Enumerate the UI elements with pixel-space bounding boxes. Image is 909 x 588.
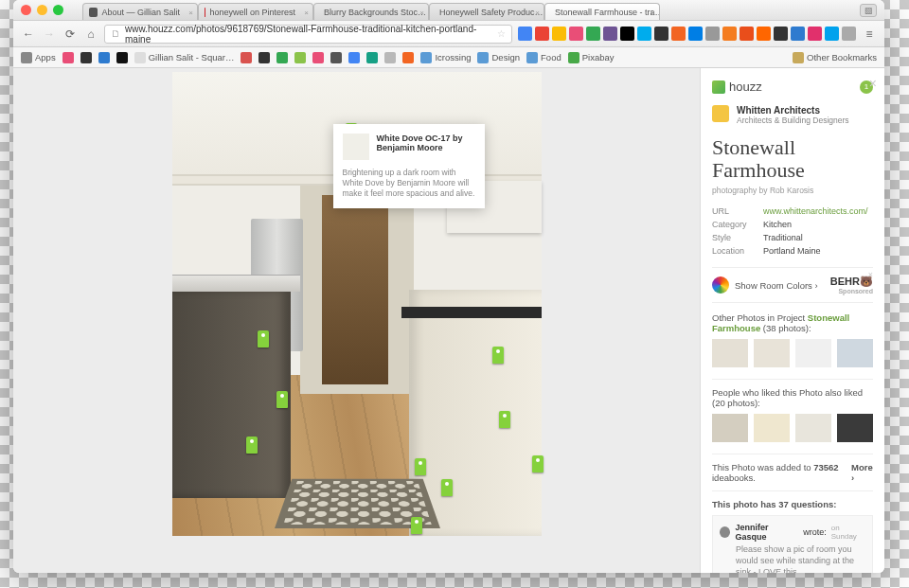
extension-icon[interactable] — [722, 27, 737, 41]
browser-tab[interactable]: Honeywell Safety Produc…× — [429, 3, 544, 20]
product-tag-icon[interactable] — [411, 517, 422, 534]
bookmark-item[interactable] — [241, 52, 252, 63]
meta-key: URL — [712, 206, 763, 216]
extension-icon[interactable] — [552, 27, 566, 41]
bookmark-item[interactable]: Gillian Salit - Squar… — [134, 52, 235, 63]
extension-icon[interactable] — [603, 27, 617, 41]
photo-thumbnail[interactable] — [837, 339, 873, 367]
extension-icon[interactable] — [808, 27, 822, 41]
bookmark-item[interactable] — [402, 52, 414, 63]
extension-icon[interactable] — [535, 27, 549, 41]
bookmark-item[interactable] — [366, 52, 378, 63]
photo-thumbnail[interactable] — [712, 414, 748, 442]
promo-close-icon[interactable]: × — [868, 270, 873, 279]
bookmark-item[interactable]: Icrossing — [420, 52, 471, 63]
other-bookmarks-folder[interactable]: Other Bookmarks — [793, 52, 877, 63]
product-tag-icon[interactable] — [258, 330, 269, 347]
home-button[interactable]: ⌂ — [83, 27, 98, 42]
ideabooks-more-link[interactable]: More › — [851, 462, 873, 483]
bookmark-item[interactable] — [116, 52, 128, 63]
bookmark-favicon — [330, 52, 342, 63]
window-close-button[interactable] — [21, 5, 31, 15]
extension-icon[interactable] — [518, 27, 532, 41]
product-tag-icon[interactable] — [532, 455, 544, 472]
extension-icon[interactable] — [620, 27, 634, 41]
browser-tab[interactable]: Blurry Backgrounds Stoc…× — [313, 3, 429, 20]
photo-thumbnail[interactable] — [795, 339, 831, 367]
extension-icon[interactable] — [791, 27, 805, 41]
product-tag-icon[interactable] — [492, 347, 504, 364]
extension-icon[interactable] — [842, 27, 856, 41]
bookmark-favicon — [366, 52, 378, 63]
bookmark-item[interactable]: Apps — [21, 52, 56, 63]
product-tag-icon[interactable] — [441, 479, 453, 496]
bookmark-favicon — [420, 52, 432, 63]
extension-icon[interactable] — [740, 27, 754, 41]
extension-icon[interactable] — [757, 27, 771, 41]
back-button[interactable]: ← — [21, 27, 36, 42]
bookmark-item[interactable] — [98, 52, 110, 63]
forward-button[interactable]: → — [42, 27, 57, 42]
bookmark-label: Pixabay — [582, 52, 615, 62]
bookmark-item[interactable]: Design — [477, 52, 520, 63]
extension-icon[interactable] — [569, 27, 583, 41]
tab-label: Honeywell Safety Produc… — [439, 8, 544, 17]
houzz-brand-text[interactable]: houzz — [729, 80, 762, 94]
reload-button[interactable]: ⟳ — [62, 27, 78, 42]
browser-tab[interactable]: honeywell on Pinterest× — [198, 3, 313, 20]
product-popup[interactable]: White Dove OC-17 by Benjamin Moore Brigh… — [333, 124, 485, 208]
bookmark-item[interactable]: Food — [526, 52, 561, 63]
extension-icon[interactable] — [637, 27, 651, 41]
tab-close-icon[interactable]: × — [304, 9, 309, 17]
bookmark-item[interactable] — [348, 52, 360, 63]
extension-icon[interactable] — [586, 27, 600, 41]
bookmark-item[interactable] — [330, 52, 342, 63]
extension-icon[interactable] — [671, 27, 686, 41]
bookmark-item[interactable] — [384, 52, 396, 63]
tab-close-icon[interactable]: × — [651, 9, 655, 17]
liked-thumbs — [712, 414, 873, 442]
window-maximize-button[interactable] — [53, 5, 63, 15]
extension-icon[interactable] — [774, 27, 788, 41]
photo-thumbnail[interactable] — [754, 414, 790, 442]
product-tag-icon[interactable] — [276, 391, 288, 408]
sidebar-close-icon[interactable]: × — [869, 76, 877, 91]
promo-row[interactable]: × Show Room Colors › BEHR🐻 Sponsored — [712, 267, 873, 303]
question-card[interactable]: Jennifer Gasque wrote: on Sunday Please … — [712, 515, 873, 573]
bookmark-item[interactable]: Pixabay — [568, 52, 615, 63]
extension-icon[interactable] — [705, 27, 720, 41]
questions-header: This photo has 37 questions: — [712, 499, 873, 509]
bookmark-item[interactable] — [312, 52, 324, 63]
photo-thumbnail[interactable] — [754, 339, 790, 367]
window-minimize-button[interactable] — [37, 5, 47, 15]
product-tag-icon[interactable] — [415, 458, 426, 475]
tab-close-icon[interactable]: × — [419, 9, 424, 17]
address-bar[interactable]: 🗋 www.houzz.com/photos/9618769/Stonewall… — [104, 25, 512, 44]
browser-tab[interactable]: About — Gillian Salit× — [82, 3, 198, 20]
new-tab-button[interactable]: ▧ — [860, 4, 877, 17]
bookmark-star-icon[interactable]: ☆ — [497, 28, 506, 39]
tab-label: Blurry Backgrounds Stoc… — [324, 8, 426, 17]
other-bookmarks-label: Other Bookmarks — [807, 52, 877, 62]
bookmark-item[interactable] — [62, 52, 74, 63]
browser-tab[interactable]: Stonewall Farmhouse - tra…× — [544, 3, 660, 20]
kitchen-photo[interactable]: White Dove OC-17 by Benjamin Moore Brigh… — [172, 72, 542, 536]
photo-thumbnail[interactable] — [712, 339, 748, 367]
bookmark-item[interactable] — [258, 52, 270, 63]
product-tag-icon[interactable] — [246, 437, 258, 454]
tab-close-icon[interactable]: × — [535, 9, 540, 17]
extension-icon[interactable] — [654, 27, 668, 41]
extension-icon[interactable] — [688, 27, 703, 41]
architect-row[interactable]: Whitten Architects Architects & Building… — [712, 105, 873, 125]
bookmark-item[interactable] — [276, 52, 288, 63]
extension-icon[interactable] — [825, 27, 839, 41]
bookmark-item[interactable] — [80, 52, 92, 63]
photo-thumbnail[interactable] — [837, 414, 873, 442]
tab-close-icon[interactable]: × — [188, 9, 193, 17]
bookmark-item[interactable] — [294, 52, 306, 63]
chrome-menu-button[interactable]: ≡ — [862, 27, 877, 42]
meta-value[interactable]: www.whittenarchitects.com/ — [763, 206, 868, 216]
product-tag-icon[interactable] — [499, 411, 510, 428]
photo-thumbnail[interactable] — [795, 414, 831, 442]
tab-label: honeywell on Pinterest — [209, 8, 295, 17]
